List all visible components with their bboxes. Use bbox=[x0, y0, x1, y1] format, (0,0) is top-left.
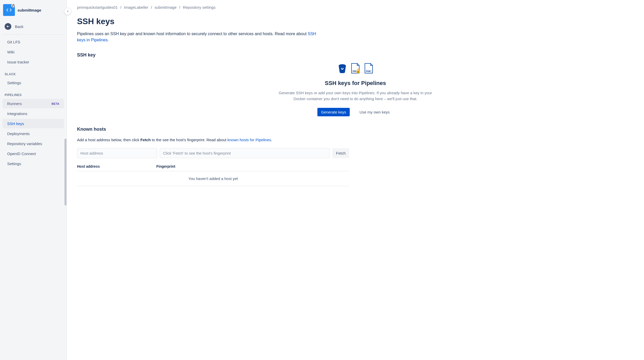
fetch-button[interactable]: Fetch bbox=[332, 148, 349, 158]
divider bbox=[3, 34, 64, 35]
crumb-repo[interactable]: submitImage bbox=[155, 5, 177, 10]
svg-point-8 bbox=[358, 72, 359, 72]
host-address-input[interactable] bbox=[77, 148, 157, 158]
svg-point-4 bbox=[342, 68, 343, 69]
ssh-panel: PRI PUB SSH keys for Pipelines Generate … bbox=[250, 63, 461, 116]
known-hosts-heading: Known hosts bbox=[77, 127, 349, 132]
nav-runners-label: Runners bbox=[7, 101, 22, 106]
nav-runners[interactable]: Runners BETA bbox=[3, 99, 64, 108]
repo-icon bbox=[3, 4, 15, 16]
intro-text: Pipelines uses an SSH key pair and known… bbox=[77, 31, 324, 43]
nav-pipelines-settings[interactable]: Settings bbox=[3, 159, 64, 168]
pub-file-icon: PUB bbox=[364, 63, 373, 74]
scrollbar[interactable] bbox=[64, 139, 67, 205]
col-host: Host address bbox=[77, 164, 100, 168]
section-slack-label: SLACK bbox=[0, 67, 67, 78]
svg-text:PRI: PRI bbox=[353, 70, 356, 72]
panel-desc: Generate SSH keys or add your own keys i… bbox=[278, 90, 432, 102]
crumb-workspace[interactable]: pmmquickstartguides01 bbox=[77, 5, 118, 10]
beta-badge: BETA bbox=[52, 102, 59, 105]
nav-deployments[interactable]: Deployments bbox=[3, 129, 64, 138]
use-own-keys-button[interactable]: Use my own keys bbox=[356, 108, 393, 116]
nav-repo-vars[interactable]: Repository variables bbox=[3, 139, 64, 148]
kh-table-header: Host address Fingerprint bbox=[77, 164, 349, 171]
nav-slack-settings[interactable]: Settings bbox=[3, 78, 64, 88]
page-title: SSH keys bbox=[77, 17, 634, 26]
breadcrumb: pmmquickstartguides01 / ImageLabeller / … bbox=[77, 5, 634, 10]
ssh-key-heading: SSH key bbox=[77, 52, 634, 58]
known-hosts-inputs: Fetch bbox=[77, 148, 349, 158]
sidebar: submitImage Back Git LFS Wiki Issue trac… bbox=[0, 0, 67, 360]
known-hosts-link[interactable]: known hosts for Pipelines bbox=[228, 138, 271, 142]
repo-header: submitImage bbox=[0, 0, 67, 20]
pri-file-icon: PRI bbox=[351, 63, 360, 74]
ssh-illustration: PRI PUB bbox=[338, 63, 373, 74]
ssh-button-row: Generate keys Use my own keys bbox=[317, 108, 393, 116]
back-button[interactable]: Back bbox=[0, 20, 67, 34]
crumb-project[interactable]: ImageLabeller bbox=[124, 5, 148, 10]
section-pipelines-label: PIPELINES bbox=[0, 88, 67, 98]
main-content: pmmquickstartguides01 / ImageLabeller / … bbox=[67, 0, 644, 360]
bucket-icon bbox=[338, 63, 347, 74]
panel-title: SSH keys for Pipelines bbox=[325, 80, 386, 87]
nav-ssh-keys[interactable]: SSH keys bbox=[3, 119, 64, 128]
nav-git-lfs[interactable]: Git LFS bbox=[3, 37, 64, 47]
nav-openid[interactable]: OpenID Connect bbox=[3, 149, 64, 158]
svg-text:PUB: PUB bbox=[366, 70, 371, 72]
collapse-sidebar-button[interactable] bbox=[64, 8, 71, 15]
nav-integrations[interactable]: Integrations bbox=[3, 109, 64, 118]
nav-wiki[interactable]: Wiki bbox=[3, 47, 64, 57]
repo-title: submitImage bbox=[17, 8, 41, 12]
kh-empty-state: You haven't added a host yet bbox=[77, 171, 349, 186]
nav-issue-tracker[interactable]: Issue tracker bbox=[3, 57, 64, 67]
known-hosts-section: Known hosts Add a host address below, th… bbox=[77, 127, 349, 186]
back-label: Back bbox=[15, 24, 23, 29]
arrow-left-icon bbox=[5, 23, 11, 30]
col-fingerprint: Fingerprint bbox=[156, 164, 175, 168]
fingerprint-input[interactable] bbox=[160, 148, 330, 158]
lock-icon bbox=[11, 4, 15, 8]
known-hosts-desc: Add a host address below, then click Fet… bbox=[77, 137, 349, 143]
crumb-page[interactable]: Repository settings bbox=[183, 5, 216, 10]
generate-keys-button[interactable]: Generate keys bbox=[317, 108, 350, 116]
svg-rect-0 bbox=[12, 5, 14, 7]
